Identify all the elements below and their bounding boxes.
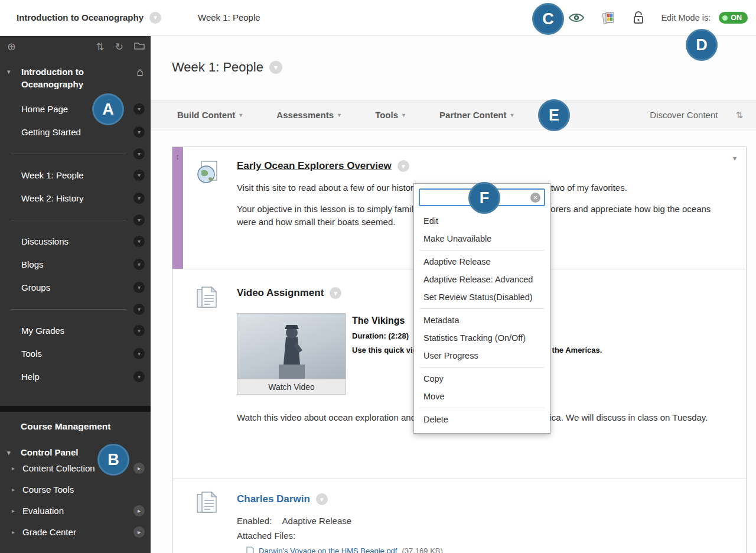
sidebar-item-label: Week 1: People [21,170,133,180]
expand-caret-icon: ▸ [12,508,15,514]
item-options-icon[interactable]: ▾ [133,103,145,115]
action-bar: Build Content ▾ Assessments ▾ Tools ▾ Pa… [151,100,756,129]
menu-item-user-progress[interactable]: User Progress [414,347,550,365]
menu-item-adaptive-release-advanced[interactable]: Adaptive Release: Advanced [414,271,550,288]
menu-item-copy[interactable]: Copy [414,370,550,388]
menu-item-move[interactable]: Move [414,388,550,405]
sidebar-item-getting-started[interactable]: Getting Started ▾ [0,121,151,144]
item-options-icon[interactable]: ▾ [133,126,145,138]
item-options-icon[interactable]: ▾ [133,348,145,359]
item-options-icon[interactable]: ▾ [133,193,145,204]
sidebar-item-groups[interactable]: Groups ▾ [0,276,151,299]
item-options-icon[interactable]: ▾ [397,160,409,172]
expand-caret-icon: ▸ [12,486,15,493]
item-options-icon[interactable]: ▾ [133,325,145,336]
divider-options-icon[interactable]: ▾ [133,304,145,315]
item-title: Early Ocean Explorers Overview ▾ [237,160,734,172]
student-preview-icon[interactable] [568,11,585,25]
attached-file-link[interactable]: Darwin's Voyage on the HMS Beagle.pdf [259,547,397,553]
sidebar-item-help[interactable]: Help ▾ [0,365,151,388]
item-title-link[interactable]: Video Assignment [237,287,324,299]
refresh-icon[interactable]: ↻ [115,42,123,52]
enabled-label: Enabled: [237,516,272,526]
item-options-icon[interactable]: ▾ [316,493,328,505]
build-content-button[interactable]: Build Content ▾ [177,110,242,120]
item-title-link[interactable]: Charles Darwin [237,493,310,505]
sidebar-item-blogs[interactable]: Blogs ▾ [0,253,151,276]
sidebar-item-label: Blogs [21,259,133,269]
sidebar-course-title[interactable]: Introduction to Oceanography [21,66,131,90]
sidebar-item-grade-center[interactable]: ▸ Grade Center ▸ [0,521,151,542]
sidebar-item-evaluation[interactable]: ▸ Evaluation ▸ [0,500,151,521]
menu-item-statistics-tracking[interactable]: Statistics Tracking (On/Off) [414,329,550,347]
sidebar-section-divider [0,406,151,412]
sidebar-item-my-grades[interactable]: My Grades ▾ [0,319,151,342]
collapse-caret-icon: ▾ [7,449,11,457]
tools-button[interactable]: Tools ▾ [375,110,405,120]
sidebar-item-label: Help [21,372,133,382]
context-menu-list: Edit Make Unavailable Adaptive Release A… [414,211,550,433]
menu-item-set-review-status[interactable]: Set Review Status(Disabled) [414,288,550,306]
page-title-menu-icon[interactable]: ▾ [269,61,282,74]
sidebar-course-header: ▾ Introduction to Oceanography ⌂ [0,57,151,96]
sidebar-item-week-2-history[interactable]: Week 2: History ▾ [0,187,151,210]
item-options-icon[interactable]: ▾ [133,236,145,247]
menu-item-edit[interactable]: Edit [414,212,550,230]
video-thumbnail-image [237,314,346,379]
menu-item-make-unavailable[interactable]: Make Unavailable [414,230,550,248]
sidebar-item-label: My Grades [21,326,133,336]
discover-content-button[interactable]: Discover Content [650,110,718,120]
file-icon [246,547,254,553]
sidebar-item-label: Discussions [21,236,133,246]
open-in-new-icon[interactable]: ▸ [133,526,145,538]
item-options-icon[interactable]: ▾ [133,371,145,382]
course-title-menu-icon[interactable]: ▾ [149,12,161,24]
drag-handle-icon[interactable]: ↕ [175,152,180,161]
menu-divider: ▾ [0,299,151,319]
reorder-icon[interactable]: ⇅ [96,42,105,52]
attached-file-row: Darwin's Voyage on the HMS Beagle.pdf (3… [246,547,734,553]
sidebar-item-tools[interactable]: Tools ▾ [0,342,151,365]
edit-mode-toggle[interactable]: ON [719,12,748,24]
folder-view-icon[interactable] [134,41,145,52]
sidebar-item-label: Groups [21,282,133,292]
divider-options-icon[interactable]: ▾ [133,148,145,160]
chevron-down-icon: ▾ [239,112,242,118]
reorder-items-icon[interactable]: ⇅ [735,110,743,121]
watch-video-button[interactable]: Watch Video [237,379,346,394]
home-icon[interactable]: ⌂ [137,66,144,79]
blackboard-app: Introduction to Oceanography ▾ Week 1: P… [0,0,756,553]
sidebar-item-discussions[interactable]: Discussions ▾ [0,230,151,253]
menu-item-adaptive-release[interactable]: Adaptive Release [414,253,550,271]
sidebar-item-label: Evaluation [22,506,133,516]
sidebar-item-course-tools[interactable]: ▸ Course Tools [0,479,151,500]
partner-content-label: Partner Content [439,110,506,120]
item-options-icon[interactable]: ▾ [133,259,145,270]
menu-divider: ▾ [0,210,151,230]
divider-options-icon[interactable]: ▾ [133,214,145,226]
sidebar-item-label: Course Tools [22,484,145,495]
annotation-badge-e: E [538,99,570,131]
partner-content-button[interactable]: Partner Content ▾ [439,110,513,120]
collapse-item-icon[interactable]: ▾ [733,154,737,162]
add-menu-item-icon[interactable]: ⊕ [7,41,16,52]
item-options-icon[interactable]: ▾ [330,287,341,299]
breadcrumb[interactable]: Week 1: People [198,12,260,22]
collapse-caret-icon[interactable]: ▾ [7,68,11,76]
clear-search-icon[interactable]: ✕ [530,193,540,203]
menu-item-metadata[interactable]: Metadata [414,311,550,329]
assessments-button[interactable]: Assessments ▾ [276,110,341,120]
chevron-down-icon: ▾ [510,112,513,118]
menu-item-delete[interactable]: Delete [414,411,550,428]
video-thumbnail[interactable]: Watch Video [237,313,346,395]
course-theme-icon[interactable] [601,10,616,25]
sidebar-item-home-page[interactable]: Home Page ▾ [0,97,151,121]
annotation-badge-d: D [686,29,718,61]
unlock-icon[interactable] [631,10,646,25]
item-title-link[interactable]: Early Ocean Explorers Overview [237,160,392,172]
item-options-icon[interactable]: ▾ [133,282,145,293]
sidebar-item-week-1-people[interactable]: Week 1: People ▾ [0,164,151,187]
open-in-new-icon[interactable]: ▸ [133,505,145,516]
item-options-icon[interactable]: ▾ [133,170,145,181]
open-in-new-icon[interactable]: ▸ [133,463,145,474]
